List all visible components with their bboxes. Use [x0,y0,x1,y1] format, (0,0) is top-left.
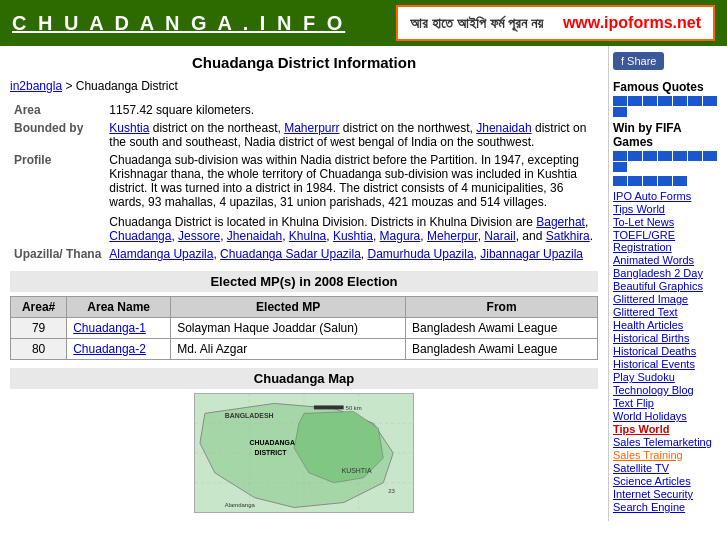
profile-text2: Chuadanga District is located in Khulna … [109,215,594,243]
sidebar-tips-world1[interactable]: Tips World [613,203,723,215]
sidebar-world-holidays[interactable]: World Holidays [613,410,723,422]
sidebar-sales-training[interactable]: Sales Training [613,449,723,461]
upazila-row: Upazilla/ Thana Alamdanga Upazila, Chuad… [10,245,598,263]
cell-mp: Solayman Haque Joaddar (Salun) [171,318,406,339]
sidebar-sudoku[interactable]: Play Sudoku [613,371,723,383]
bar [613,151,627,161]
upazila-value: Alamdanga Upazila, Chuadanga Sadar Upazi… [105,245,598,263]
meherpur-link[interactable]: Meherpur [427,229,478,243]
sidebar-animated[interactable]: Animated Words [613,254,723,266]
sidebar-historical-births[interactable]: Historical Births [613,332,723,344]
kushtia-link[interactable]: Kushtia [109,121,149,135]
area-value: 1157.42 square kilometers. [105,101,598,119]
sidebar-historical-events[interactable]: Historical Events [613,358,723,370]
bar [643,176,657,186]
bounded-label: Bounded by [10,119,105,151]
sidebar-internet-security[interactable]: Internet Security [613,488,723,500]
bar [613,107,627,117]
map-svg: BANGLADESH CHUADANGA DISTRICT KUSHTIA 5 [195,393,413,513]
sidebar: f Share Famous Quotes Win by FIFA Games [609,46,727,521]
map-title: Chuadanga Map [10,368,598,389]
map-image: BANGLADESH CHUADANGA DISTRICT KUSHTIA 5 [194,393,414,513]
header-banner: আর হাতে আইপি ফর্ম পূরন নয় www.ipoforms.… [396,5,715,41]
table-row: 80 Chuadanga-2 Md. Ali Azgar Bangladesh … [11,339,598,360]
sidebar-historical-deaths[interactable]: Historical Deaths [613,345,723,357]
col-name: Area Name [67,297,171,318]
kushtia2-link[interactable]: Kushtia [333,229,373,243]
bounded-value: Kushtia district on the northeast, Maher… [105,119,598,151]
magura-link[interactable]: Magura [380,229,421,243]
elected-header-row: Area# Area Name Elected MP From [11,297,598,318]
svg-text:CHUADANGA: CHUADANGA [250,439,295,446]
svg-text:DISTRICT: DISTRICT [254,449,287,456]
col-mp: Elected MP [171,297,406,318]
cell-from: Bangladesh Awami League [406,339,598,360]
cell-area: 79 [11,318,67,339]
bar [673,176,687,186]
site-title[interactable]: C H U A D A N G A . I N F O [12,12,396,35]
cell-area: 80 [11,339,67,360]
profile-text2-span: Chuadanga District is located in Khulna … [109,215,533,229]
content-area: Chuadanga District Information in2bangla… [0,46,609,521]
profile-label: Profile [10,151,105,245]
share-button[interactable]: f Share [613,52,664,70]
bengali-text: আর হাতে আইপি ফর্ম পূরন নয় [410,15,542,32]
svg-text:23: 23 [388,488,395,494]
jhenaidah-link[interactable]: Jhenaidah [476,121,531,135]
jessore-link[interactable]: Jessore [178,229,220,243]
chuadanga-link[interactable]: Chuadanga [109,229,171,243]
sidebar-health[interactable]: Health Articles [613,319,723,331]
cell-name[interactable]: Chuadanga-1 [67,318,171,339]
upazila-link-4[interactable]: Jibannagar Upazila [480,247,583,261]
sidebar-search-engine[interactable]: Search Engine [613,501,723,513]
bar [643,151,657,161]
cell-name[interactable]: Chuadanga-2 [67,339,171,360]
cell-from: Bangladesh Awami League [406,318,598,339]
sidebar-tech-blog[interactable]: Technology Blog [613,384,723,396]
bar [643,96,657,106]
elected-table: Area# Area Name Elected MP From 79 Chuad… [10,296,598,360]
win-fifa-bars [613,151,723,172]
sidebar-text-flip[interactable]: Text Flip [613,397,723,409]
jhenaidah2-link[interactable]: Jhenaidah [227,229,282,243]
famous-quotes-bars [613,96,723,117]
satkhira-link[interactable]: Satkhira [546,229,590,243]
sidebar-ipo-forms[interactable]: IPO Auto Forms [613,190,723,202]
svg-text:Alamdanga: Alamdanga [225,503,256,509]
area-label: Area [10,101,105,119]
narail-link[interactable]: Narail [484,229,515,243]
profile-row: Profile Chuadanga sub-division was withi… [10,151,598,245]
bar [703,151,717,161]
svg-rect-13 [314,405,344,409]
profile-text1: Chuadanga sub-division was within Nadia … [109,153,594,209]
sidebar-beautiful[interactable]: Beautiful Graphics [613,280,723,292]
breadcrumb: in2bangla > Chuadanga District [10,79,598,93]
bar [628,96,642,106]
bar [658,151,672,161]
khulna-link[interactable]: Khulna [289,229,326,243]
maherpurr-link[interactable]: Maherpurr [284,121,339,135]
sidebar-sales-telemarketing[interactable]: Sales Telemarketing [613,436,723,448]
bagerhat-link[interactable]: Bagerhat [536,215,585,229]
bar [613,96,627,106]
sidebar-science[interactable]: Science Articles [613,475,723,487]
upazila-link-1[interactable]: Alamdanga Upazila [109,247,213,261]
bar [688,96,702,106]
col-from: From [406,297,598,318]
upazila-link-3[interactable]: Damurhuda Upazila [368,247,474,261]
sidebar-bangladesh2day[interactable]: Bangladesh 2 Day [613,267,723,279]
sidebar-toefl[interactable]: TOEFL/GRE Registration [613,229,723,253]
bar [703,96,717,106]
col-area: Area# [11,297,67,318]
sidebar-satellite-tv[interactable]: Satellite TV [613,462,723,474]
sidebar-glittered-txt[interactable]: Glittered Text [613,306,723,318]
famous-quotes-title: Famous Quotes [613,80,723,94]
sidebar-to-let[interactable]: To-Let News [613,216,723,228]
sidebar-tips-world2[interactable]: Tips World [613,423,723,435]
header-url-link[interactable]: www.ipoforms.net [563,14,701,32]
area-row: Area 1157.42 square kilometers. [10,101,598,119]
upazila-link-2[interactable]: Chuadanga Sadar Upazila [220,247,361,261]
bounded-text1: district on the northeast, [149,121,284,135]
sidebar-glittered-img[interactable]: Glittered Image [613,293,723,305]
breadcrumb-link[interactable]: in2bangla [10,79,62,93]
